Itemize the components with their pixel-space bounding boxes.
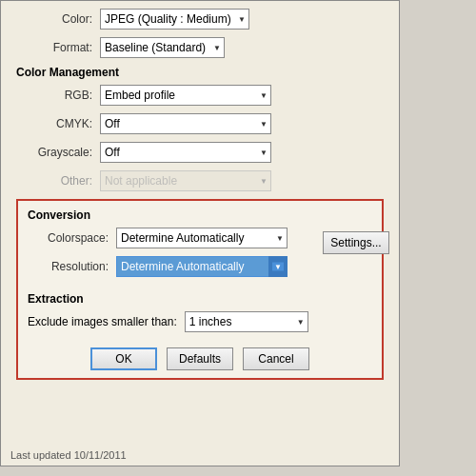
other-select: Not applicable [100,170,271,191]
resolution-select-wrapper[interactable]: Determine Automatically ▼ [116,256,288,277]
conversion-section: Conversion Colorspace: Determine Automat… [28,208,372,277]
resolution-label: Resolution: [28,260,109,273]
rgb-select[interactable]: Embed profile [100,85,271,106]
rgb-select-wrapper[interactable]: Embed profile [100,85,271,106]
resolution-select[interactable]: Determine Automatically [116,256,288,277]
exclude-label: Exclude images smaller than: [28,315,177,328]
dialog: Color: JPEG (Quality : Medium) Format: B… [0,0,400,466]
ok-button[interactable]: OK [90,347,157,370]
color-select-wrapper[interactable]: JPEG (Quality : Medium) [100,9,249,30]
colorspace-label: Colorspace: [28,231,109,245]
format-label: Format: [16,41,92,54]
colorspace-select-wrapper[interactable]: Determine Automatically [116,228,288,248]
extraction-title: Extraction [28,292,372,306]
grayscale-select-wrapper[interactable]: Off [100,142,271,163]
red-border-section: Conversion Colorspace: Determine Automat… [16,199,384,380]
other-select-wrapper: Not applicable [100,170,271,191]
cmyk-select-wrapper[interactable]: Off [100,113,271,134]
color-management-title: Color Management [16,66,384,79]
rgb-label: RGB: [16,89,92,102]
other-label: Other: [16,174,92,188]
conversion-title: Conversion [28,208,372,222]
side-panel [400,0,476,476]
cancel-button[interactable]: Cancel [243,347,309,370]
grayscale-label: Grayscale: [16,146,92,159]
grayscale-select[interactable]: Off [100,142,271,163]
extraction-section: Extraction Exclude images smaller than: … [28,292,372,332]
cmyk-label: CMYK: [16,117,92,130]
exclude-select[interactable]: 1 inches [185,311,308,332]
colorspace-select[interactable]: Determine Automatically [116,228,288,248]
color-label: Color: [16,12,92,26]
buttons-row: OK Defaults Cancel [28,347,372,370]
format-select[interactable]: Baseline (Standard) [100,37,225,58]
defaults-button[interactable]: Defaults [167,347,233,370]
exclude-select-wrapper[interactable]: 1 inches [185,311,308,332]
format-select-wrapper[interactable]: Baseline (Standard) [100,37,225,58]
settings-button[interactable]: Settings... [323,231,389,254]
color-select[interactable]: JPEG (Quality : Medium) [100,9,249,30]
footer-text: Last updated 10/11/2011 [10,449,127,461]
cmyk-select[interactable]: Off [100,113,271,134]
